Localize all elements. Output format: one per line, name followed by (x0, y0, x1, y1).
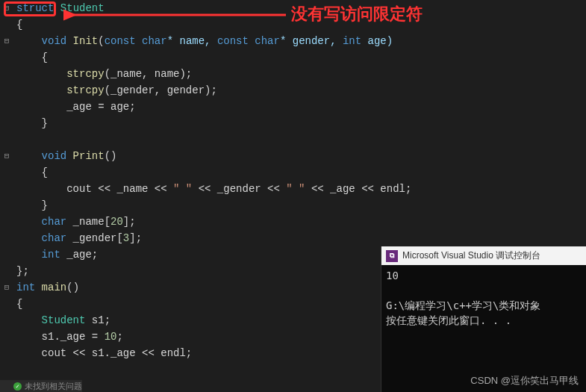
check-icon: ✓ (13, 382, 22, 391)
highlight-box (4, 1, 56, 16)
annotation-text: 没有写访问限定符 (291, 3, 423, 25)
fold-icon[interactable]: ⊟ (0, 148, 13, 164)
fold-icon[interactable]: ⊟ (0, 279, 13, 296)
console-output: 10 G:\编程学习\c++学习\类和对象 按任意键关闭此窗口. . . (381, 265, 586, 331)
arrow-left-icon (63, 9, 287, 24)
watermark-text: CSDN @逗你笑出马甲线 (470, 374, 579, 388)
debug-console-window[interactable]: ⧉ Microsoft Visual Studio 调试控制台 10 G:\编程… (381, 246, 586, 392)
status-text: 未找到相关问题 (25, 381, 82, 392)
console-title-text: Microsoft Visual Studio 调试控制台 (402, 249, 540, 262)
visual-studio-icon: ⧉ (386, 250, 398, 262)
status-bar: ✓ 未找到相关问题 (0, 380, 82, 392)
console-titlebar[interactable]: ⧉ Microsoft Visual Studio 调试控制台 (381, 246, 586, 265)
fold-gutter: ⊟ ⊟ ⊟ ⊟ (0, 0, 13, 392)
fold-icon[interactable]: ⊟ (0, 33, 13, 49)
